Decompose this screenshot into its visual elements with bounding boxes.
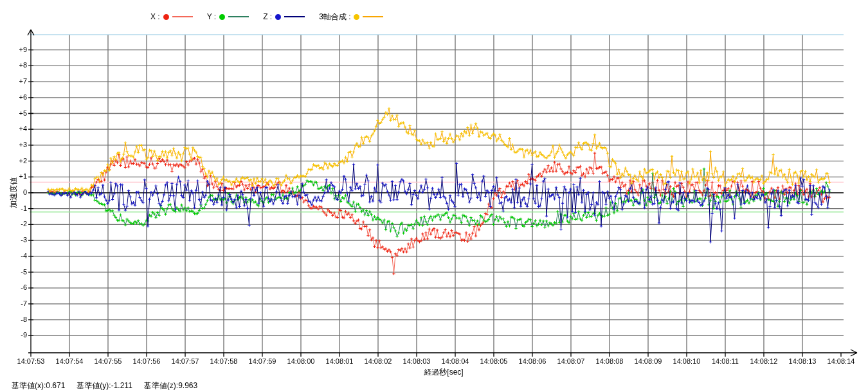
legend-marker-y-icon (219, 14, 225, 20)
x-axis-tick-label: 14:07:56 (126, 357, 167, 366)
reference-value-x: 基準値(x):0.671 (12, 380, 65, 391)
y-axis-tick-label: +6 (8, 93, 27, 102)
y-axis-tick-label: -5 (8, 268, 27, 276)
x-axis-tick-label: 14:08:02 (357, 357, 399, 366)
x-axis-tick-label: 14:08:00 (280, 357, 321, 366)
x-axis-tick-label: 14:08:01 (319, 357, 360, 366)
legend-line-z-swatch (284, 16, 305, 17)
y-axis-tick-label: -1 (8, 204, 27, 213)
y-axis-tick-label: -3 (8, 236, 27, 244)
chart-plot-canvas (0, 0, 868, 392)
x-axis-tick-label: 14:08:03 (396, 357, 437, 366)
legend-line-composite-swatch (363, 16, 383, 17)
x-axis-tick-label: 14:07:59 (242, 357, 283, 366)
x-axis-tick-label: 14:08:04 (435, 357, 476, 366)
x-axis-tick-label: 14:07:57 (165, 357, 206, 366)
y-axis-tick-label: -6 (8, 283, 27, 292)
x-axis-tick-label: 14:08:11 (705, 357, 746, 366)
y-axis-tick-label: -4 (8, 252, 27, 260)
legend-label-x: X : (150, 12, 160, 21)
legend-line-y-swatch (228, 16, 249, 17)
y-axis-tick-label: +2 (8, 157, 27, 165)
x-axis-tick-label: 14:07:58 (203, 357, 244, 366)
x-axis-tick-label: 14:07:54 (49, 357, 90, 366)
x-axis-tick-label: 14:08:05 (473, 357, 514, 366)
y-axis-tick-label: +1 (8, 172, 27, 181)
x-axis-tick-label: 14:08:10 (666, 357, 707, 366)
y-axis-tick-label: 0 (8, 188, 27, 197)
y-axis-tick-label: -9 (8, 331, 27, 339)
legend-marker-composite-icon (354, 14, 359, 20)
y-axis-tick-label: -7 (8, 299, 27, 308)
accelerometer-chart-window: X : Y : Z : 3軸合成 : 加速度値 経過秒[sec] +9+8+7+… (0, 0, 868, 392)
x-axis-tick-label: 14:08:08 (589, 357, 630, 366)
legend-item-composite: 3軸合成 : (319, 12, 383, 21)
chart-legend: X : Y : Z : 3軸合成 : (150, 12, 383, 21)
x-axis-tick-label: 14:07:55 (87, 357, 129, 366)
legend-marker-x-icon (163, 14, 169, 20)
y-axis-tick-label: +7 (8, 77, 27, 85)
legend-item-x: X : (150, 12, 193, 21)
reference-value-y: 基準値(y):-1.211 (77, 380, 132, 391)
legend-marker-z-icon (275, 14, 281, 20)
y-axis-tick-label: +8 (8, 61, 27, 69)
legend-line-x-swatch (172, 16, 193, 17)
x-axis-tick-label: 14:08:14 (820, 357, 862, 366)
x-axis-tick-label: 14:08:13 (782, 357, 823, 366)
y-axis-tick-label: +9 (8, 46, 27, 54)
y-axis-tick-label: -2 (8, 220, 27, 228)
y-axis-tick-label: +3 (8, 141, 27, 149)
x-axis-tick-label: 14:08:12 (743, 357, 784, 366)
legend-label-z: Z : (263, 12, 272, 21)
x-axis-tick-label: 14:08:09 (628, 357, 669, 366)
legend-item-y: Y : (207, 12, 249, 21)
x-axis-tick-label: 14:08:06 (512, 357, 553, 366)
reference-values-bar: 基準値(x):0.671 基準値(y):-1.211 基準値(z):9.963 (12, 380, 197, 391)
legend-item-z: Z : (263, 12, 305, 21)
legend-label-y: Y : (207, 12, 216, 21)
y-axis-tick-label: +5 (8, 109, 27, 118)
y-axis-tick-label: -8 (8, 316, 27, 324)
legend-label-composite: 3軸合成 : (319, 12, 350, 21)
x-axis-tick-label: 14:07:53 (10, 357, 51, 366)
reference-value-z: 基準値(z):9.963 (144, 380, 197, 391)
x-axis-tick-label: 14:08:07 (550, 357, 592, 366)
x-axis-title: 経過秒[sec] (379, 367, 508, 378)
y-axis-tick-label: +4 (8, 125, 27, 133)
